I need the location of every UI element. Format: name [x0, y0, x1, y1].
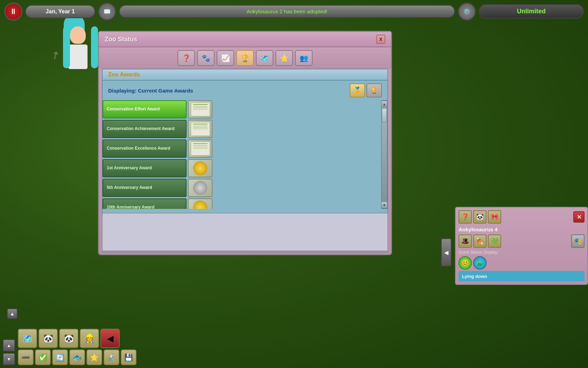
cert-icon-3 — [191, 142, 210, 156]
char-body — [68, 45, 88, 69]
award-row-5th-anniversary: 5th Anniversary Award — [103, 179, 381, 197]
toolbar-zoom-minus[interactable]: ➖ — [18, 349, 34, 365]
scrollbar-track: ▲ ▼ — [381, 100, 387, 209]
cert-icon-1 — [191, 102, 210, 116]
toggle-awards-view[interactable]: 🏅 — [350, 83, 365, 97]
settings-icon[interactable]: ⚙️ — [458, 2, 476, 21]
panel-panda-icon[interactable]: 🐼 — [473, 210, 486, 224]
tab-bar: ❓ 🐾 📈 🏆 🗺️ ⭐ 👥 — [99, 47, 391, 69]
view-toggle: 🏅 🏆 — [350, 83, 382, 97]
bottom-toolbar: ▲ ▼ 🗺️ 🐼 🐼 👷 ◀ ➖ ✅ 🔄 🐟 ⭐ 🔬 💾 — [0, 322, 588, 368]
money-display: Unlimited — [479, 4, 584, 19]
top-bar: Jan, Year 1 ✉️ Ankylosaurus 2 has been a… — [0, 0, 588, 23]
quick-status-label: Quick Status Display: — [458, 250, 584, 255]
status-hat-icon[interactable]: 🎩 — [458, 234, 472, 248]
date-display: Jan, Year 1 — [25, 5, 95, 18]
scroll-down-button[interactable]: ▼ — [3, 353, 15, 365]
award-name-1st-anniversary: 1st Anniversary Award — [107, 165, 152, 171]
panel-ribbon-icon[interactable]: 🎀 — [488, 210, 501, 224]
pause-button[interactable] — [4, 2, 22, 21]
panel-close-button[interactable]: ✕ — [573, 211, 584, 223]
medal-gold-1 — [193, 161, 207, 175]
award-img-10th-anniversary — [188, 198, 212, 209]
award-img-conservation-achievement — [188, 120, 212, 138]
toolbar-star[interactable]: ⭐ — [86, 349, 102, 365]
tab-awards[interactable]: 🏆 — [236, 50, 254, 66]
char-head — [70, 26, 86, 44]
medal-gold-2 — [193, 200, 207, 209]
toolbar-refresh[interactable]: 🔄 — [52, 349, 68, 365]
toolbar-panda-icon[interactable]: 🐼 — [38, 329, 58, 348]
medal-silver-1 — [193, 181, 207, 195]
award-info-area — [102, 213, 388, 251]
character — [59, 19, 102, 96]
tab-help[interactable]: ❓ — [177, 50, 195, 66]
scrollbar-thumb[interactable] — [382, 108, 387, 122]
status-health-icon[interactable]: 💚 — [488, 234, 501, 248]
scrollbar-down-button[interactable]: ▼ — [381, 202, 387, 209]
tab-guests[interactable]: 👥 — [295, 50, 313, 66]
toolbar-save[interactable]: 💾 — [121, 349, 136, 365]
award-name-5th-anniversary: 5th Anniversary Award — [107, 185, 152, 191]
award-name-conservation-effort: Conservation Effort Award — [107, 107, 160, 112]
current-activity-text: Lying down — [462, 274, 487, 279]
tab-stars[interactable]: ⭐ — [275, 50, 293, 66]
award-row-1st-anniversary: 1st Anniversary Award — [103, 159, 381, 177]
award-row-conservation-achievement: Conservation Achievement Award — [103, 120, 381, 138]
award-img-conservation-excellence — [188, 139, 212, 158]
toolbar-arrow-icon[interactable]: ◀ — [100, 329, 120, 348]
award-btn-5th-anniversary[interactable]: 5th Anniversary Award — [103, 179, 187, 197]
scroll-up-button[interactable]: ▲ — [3, 339, 15, 352]
displaying-text: Displaying: Current Game Awards — [108, 88, 193, 94]
happiness-indicator: 😊 — [458, 256, 472, 270]
toolbar-worker-icon[interactable]: 👷 — [80, 329, 99, 348]
award-btn-10th-anniversary[interactable]: 10th Anniversary Award — [103, 198, 187, 209]
award-btn-conservation-excellence[interactable]: Conservation Excellence Award — [103, 139, 187, 158]
award-name-conservation-excellence: Conservation Excellence Award — [107, 146, 170, 151]
section-title: Zoo Awards — [108, 71, 140, 77]
panel-icons: ❓ 🐼 🎀 — [458, 210, 501, 224]
scrollbar-up-button[interactable]: ▲ — [381, 101, 387, 108]
current-activity-bar: Lying down — [458, 271, 584, 281]
toggle-list-view[interactable]: 🏆 — [366, 83, 382, 97]
toolbar-map-icon[interactable]: 🗺️ — [18, 329, 37, 348]
dialog-title: Zoo Status — [105, 36, 137, 43]
toolbar-fish[interactable]: 🐟 — [69, 349, 85, 365]
tab-animals[interactable]: 🐾 — [197, 50, 215, 66]
toolbar-science[interactable]: 🔬 — [104, 349, 119, 365]
award-name-10th-anniversary: 10th Anniversary Award — [107, 205, 154, 209]
activity-icon[interactable]: 🎭 — [571, 234, 584, 248]
status-icons: 🎩 🍖 💚 🎭 — [458, 234, 584, 248]
char-hair-left — [63, 26, 70, 68]
char-hair-right — [91, 26, 98, 68]
right-panel: ❓ 🐼 🎀 ✕ Ankylosaurus 4 🎩 🍖 💚 🎭 Quick Sta… — [455, 207, 588, 285]
animal-avatar-small: 🦕 — [473, 256, 486, 270]
displaying-bar: Displaying: Current Game Awards 🏅 🏆 — [103, 81, 387, 100]
message-icon[interactable]: ✉️ — [98, 2, 116, 21]
status-food-icon[interactable]: 🍖 — [473, 234, 486, 248]
award-btn-conservation-achievement[interactable]: Conservation Achievement Award — [103, 120, 187, 138]
cert-icon-2 — [191, 122, 210, 136]
award-img-1st-anniversary — [188, 159, 212, 177]
awards-scroll-area: Conservation Effort Award Conservation A… — [103, 100, 387, 209]
award-btn-1st-anniversary[interactable]: 1st Anniversary Award — [103, 159, 187, 177]
dialog-title-bar: Zoo Status X — [99, 32, 391, 47]
award-img-conservation-effort — [188, 100, 212, 118]
character-body — [59, 19, 102, 96]
zoo-status-dialog: Zoo Status X ❓ 🐾 📈 🏆 🗺️ ⭐ 👥 Zoo Awards D… — [98, 31, 392, 255]
animal-name: Ankylosaurus 4 — [458, 226, 584, 232]
award-img-5th-anniversary — [188, 179, 212, 197]
toolbar-panda2-icon[interactable]: 🐼 — [59, 329, 78, 348]
side-arrow-button[interactable]: ◀ — [441, 238, 451, 266]
tab-map[interactable]: 🗺️ — [256, 50, 273, 66]
award-row-conservation-excellence: Conservation Excellence Award — [103, 139, 381, 158]
award-btn-conservation-effort[interactable]: Conservation Effort Award — [103, 100, 187, 118]
award-name-conservation-achievement: Conservation Achievement Award — [107, 126, 175, 132]
tab-stats[interactable]: 📈 — [217, 50, 234, 66]
panel-help-icon[interactable]: ❓ — [458, 210, 472, 224]
award-row-conservation-effort: Conservation Effort Award — [103, 100, 381, 118]
toolbar-checkmark[interactable]: ✅ — [35, 349, 51, 365]
right-panel-header: ❓ 🐼 🎀 ✕ — [458, 210, 584, 224]
expand-button[interactable]: ▲ — [7, 308, 18, 319]
dialog-close-button[interactable]: X — [376, 35, 385, 44]
